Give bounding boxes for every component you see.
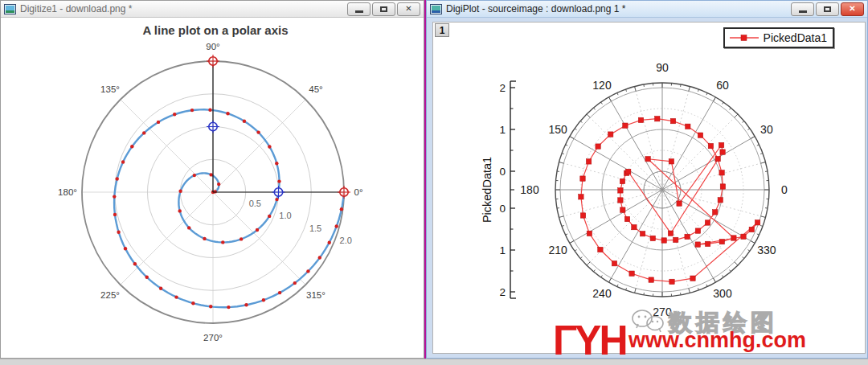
maximize-icon: [380, 6, 387, 12]
data-point: [686, 124, 690, 129]
minimize-icon: [355, 10, 363, 13]
data-point: [731, 236, 736, 240]
data-point: [715, 156, 720, 161]
right-window-titlebar[interactable]: DigiPlot - sourceimage : download.png 1 …: [427, 1, 867, 18]
data-point: [629, 271, 634, 276]
right-window-title: DigiPlot - sourceimage : download.png 1 …: [446, 3, 625, 14]
svg-text:330: 330: [757, 244, 776, 256]
data-point: [596, 144, 600, 149]
data-point: [719, 239, 724, 244]
data-point: [685, 234, 690, 239]
left-plot-title: A line plot on a polar axis: [142, 23, 288, 37]
data-point: [620, 207, 625, 212]
data-point: [718, 198, 723, 203]
data-point: [705, 241, 710, 246]
data-point: [674, 237, 678, 242]
right-maximize-button[interactable]: [816, 2, 839, 16]
digitize-app-icon: [4, 4, 16, 14]
legend[interactable]: PickedData1: [723, 27, 834, 48]
y-axis-end-marker[interactable]: [207, 55, 219, 68]
svg-text:2.0: 2.0: [340, 236, 352, 245]
data-point: [608, 132, 613, 137]
svg-text:270: 270: [653, 306, 672, 318]
svg-text:315°: 315°: [306, 290, 326, 300]
svg-text:1.5: 1.5: [309, 224, 321, 233]
series-pickeddata1: [579, 117, 760, 285]
data-point: [690, 276, 695, 281]
svg-text:0°: 0°: [354, 187, 363, 197]
data-point: [741, 234, 746, 239]
data-point: [626, 169, 631, 174]
data-point: [612, 261, 616, 266]
svg-text:240: 240: [592, 287, 612, 300]
data-point: [668, 231, 673, 236]
svg-text:270°: 270°: [203, 333, 223, 342]
data-point: [661, 238, 666, 243]
left-close-button[interactable]: ✕: [397, 2, 420, 16]
svg-text:300: 300: [713, 287, 732, 300]
data-point: [580, 213, 585, 218]
data-point: [598, 247, 603, 252]
svg-text:210: 210: [548, 244, 567, 256]
right-close-button[interactable]: ✕: [841, 2, 864, 16]
svg-text:180°: 180°: [58, 187, 77, 197]
svg-text:0: 0: [499, 166, 506, 178]
left-window-titlebar[interactable]: Digitize1 - download.png * ✕: [1, 1, 424, 18]
svg-text:150: 150: [548, 123, 567, 136]
digiplot-app-icon: [430, 4, 442, 14]
svg-text:135°: 135°: [100, 84, 120, 94]
data-point: [623, 123, 628, 128]
svg-text:1: 1: [499, 244, 506, 256]
data-point: [695, 228, 700, 233]
left-window-title: Digitize1 - download.png *: [20, 3, 132, 14]
data-point: [713, 210, 718, 215]
left-minimize-button[interactable]: [347, 2, 371, 16]
svg-text:0.5: 0.5: [249, 199, 261, 208]
data-point: [670, 118, 675, 123]
data-point: [618, 188, 623, 193]
data-point: [620, 178, 624, 183]
left-maximize-button[interactable]: [372, 2, 395, 16]
data-point: [640, 232, 645, 236]
svg-text:60: 60: [716, 79, 729, 92]
data-point: [624, 216, 629, 221]
data-point: [705, 220, 710, 225]
y-unit-marker[interactable]: [207, 121, 219, 133]
svg-text:30: 30: [760, 123, 773, 136]
maximize-icon: [824, 6, 831, 12]
svg-text:1.0: 1.0: [279, 211, 291, 220]
right-minimize-button[interactable]: [791, 2, 814, 16]
radial-axis: 210012PickedData1: [481, 81, 516, 298]
data-point: [677, 201, 682, 206]
data-point: [698, 133, 702, 137]
x-axis-end-marker[interactable]: [338, 186, 350, 199]
svg-text:1: 1: [499, 124, 506, 136]
radial-axis-title: PickedData1: [481, 157, 493, 223]
data-point: [755, 220, 760, 225]
close-icon: ✕: [849, 5, 855, 13]
bottom-strip: [0, 359, 868, 365]
legend-marker-icon: [730, 34, 759, 42]
svg-text:180: 180: [520, 183, 539, 196]
data-point: [720, 184, 725, 189]
svg-text:120: 120: [592, 79, 612, 92]
data-point: [632, 224, 637, 229]
data-point: [669, 159, 674, 164]
data-point: [695, 242, 700, 247]
data-point: [587, 231, 592, 236]
data-point: [579, 195, 583, 199]
data-point: [580, 176, 585, 181]
svg-text:0: 0: [781, 183, 788, 196]
data-point: [719, 170, 724, 175]
digiplot-client-area: 1 0306090120150180210240270300330210012P…: [432, 22, 866, 354]
data-point: [669, 279, 674, 284]
data-point: [749, 227, 754, 232]
data-point: [649, 277, 653, 282]
digitize-polar-canvas[interactable]: 0°45°90°135°180°225°270°315°0.51.01.52.0…: [1, 18, 424, 359]
digiplot-polar-canvas: 0306090120150180210240270300330210012Pic…: [433, 23, 868, 355]
minimize-icon: [799, 10, 807, 13]
svg-text:2: 2: [499, 82, 506, 94]
svg-text:2: 2: [499, 286, 506, 298]
svg-text:225°: 225°: [100, 290, 120, 300]
x-unit-marker[interactable]: [272, 186, 285, 199]
